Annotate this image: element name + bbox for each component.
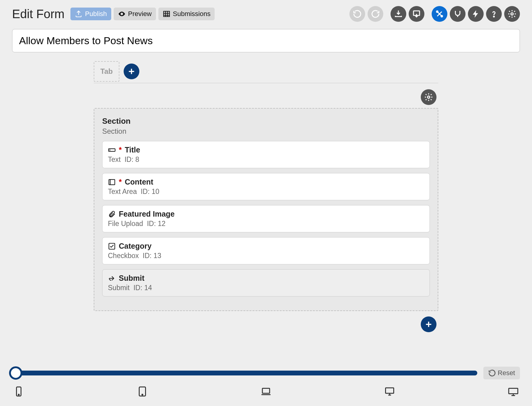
toolbar-left: Publish Preview Submissions: [70, 8, 215, 20]
device-phone-icon[interactable]: [13, 386, 24, 397]
submissions-label: Submissions: [173, 10, 211, 18]
width-slider[interactable]: [12, 370, 477, 376]
field-card[interactable]: *TitleText ID: 8: [102, 141, 430, 168]
table-icon: [163, 10, 170, 18]
form-title-input[interactable]: [12, 29, 520, 52]
section-settings-button[interactable]: [421, 89, 436, 105]
field-card[interactable]: SubmitSubmit ID: 14: [102, 269, 430, 296]
svg-point-11: [142, 394, 143, 395]
branch-button[interactable]: [450, 6, 465, 22]
field-label: Featured Image: [119, 210, 175, 218]
tabs-row: Tab: [94, 60, 438, 83]
device-desktop-icon[interactable]: [384, 386, 395, 397]
publish-icon: [75, 10, 83, 18]
field-id: ID: 13: [143, 252, 161, 260]
field-meta: Text Area ID: 10: [108, 188, 424, 196]
tab-placeholder[interactable]: Tab: [94, 61, 119, 82]
field-label: Title: [125, 146, 140, 154]
export-button[interactable]: [409, 6, 424, 22]
preview-button[interactable]: Preview: [114, 8, 156, 20]
plus-icon: [127, 67, 136, 76]
reset-button[interactable]: Reset: [483, 367, 520, 379]
field-id: ID: 12: [147, 220, 165, 228]
help-button[interactable]: [486, 6, 502, 22]
device-laptop-icon[interactable]: [261, 386, 271, 397]
svg-rect-6: [109, 179, 115, 185]
section-subtitle: Section: [102, 127, 430, 136]
preview-label: Preview: [128, 10, 152, 18]
field-id: ID: 8: [125, 156, 139, 163]
text-input-icon: [108, 146, 116, 154]
reset-label: Reset: [498, 369, 515, 377]
svg-rect-0: [164, 11, 170, 16]
tools-button[interactable]: [432, 6, 447, 22]
slider-thumb[interactable]: [9, 366, 22, 380]
field-type: Text Area: [108, 188, 137, 195]
field-id: ID: 14: [133, 284, 152, 292]
svg-point-4: [427, 96, 430, 98]
publish-label: Publish: [85, 10, 107, 18]
field-meta: File Upload ID: 12: [108, 220, 424, 228]
section-title: Section: [102, 116, 430, 126]
field-type: Submit: [108, 284, 130, 292]
checkbox-icon: [108, 242, 116, 250]
device-wide-icon[interactable]: [508, 386, 519, 397]
svg-point-9: [18, 394, 19, 395]
required-indicator: *: [119, 146, 122, 154]
field-meta: Submit ID: 14: [108, 284, 424, 292]
undo-button[interactable]: [349, 6, 365, 22]
toolbar-right: [349, 6, 520, 22]
field-type: Checkbox: [108, 252, 139, 260]
svg-rect-13: [386, 388, 394, 393]
settings-button[interactable]: [504, 6, 520, 22]
add-tab-button[interactable]: [124, 64, 139, 79]
redo-button[interactable]: [368, 6, 383, 22]
field-meta: Text ID: 8: [108, 156, 424, 164]
reset-icon: [488, 369, 496, 377]
field-card[interactable]: *ContentText Area ID: 10: [102, 173, 430, 200]
publish-button[interactable]: Publish: [70, 8, 111, 20]
submit-icon: [108, 274, 116, 282]
form-builder: Tab Section Section *TitleText ID: 8*Con…: [94, 60, 438, 332]
section-box: Section Section *TitleText ID: 8*Content…: [94, 108, 438, 311]
paperclip-icon: [108, 210, 116, 218]
eye-icon: [118, 10, 126, 18]
svg-rect-12: [262, 388, 270, 394]
field-type: File Upload: [108, 220, 143, 228]
device-tablet-icon[interactable]: [137, 386, 148, 397]
required-indicator: *: [119, 178, 122, 186]
import-button[interactable]: [391, 6, 406, 22]
bolt-button[interactable]: [468, 6, 484, 22]
svg-rect-5: [109, 149, 115, 151]
field-type: Text: [108, 156, 121, 163]
svg-rect-14: [509, 388, 518, 394]
svg-point-3: [511, 13, 513, 15]
field-label: Category: [119, 242, 151, 250]
page-title: Edit Form: [12, 7, 64, 21]
field-card[interactable]: CategoryCheckbox ID: 13: [102, 237, 430, 264]
field-meta: Checkbox ID: 13: [108, 252, 424, 260]
plus-icon: [424, 320, 433, 329]
svg-point-2: [494, 16, 495, 17]
bottom-bar: Reset: [12, 367, 520, 397]
field-label: Content: [125, 178, 153, 186]
field-label: Submit: [119, 274, 144, 283]
field-id: ID: 10: [141, 188, 159, 195]
field-card[interactable]: Featured ImageFile Upload ID: 12: [102, 205, 430, 232]
submissions-button[interactable]: Submissions: [158, 8, 215, 20]
textarea-icon: [108, 178, 116, 186]
add-section-button[interactable]: [421, 316, 436, 332]
topbar: Edit Form Publish Preview: [12, 6, 520, 22]
